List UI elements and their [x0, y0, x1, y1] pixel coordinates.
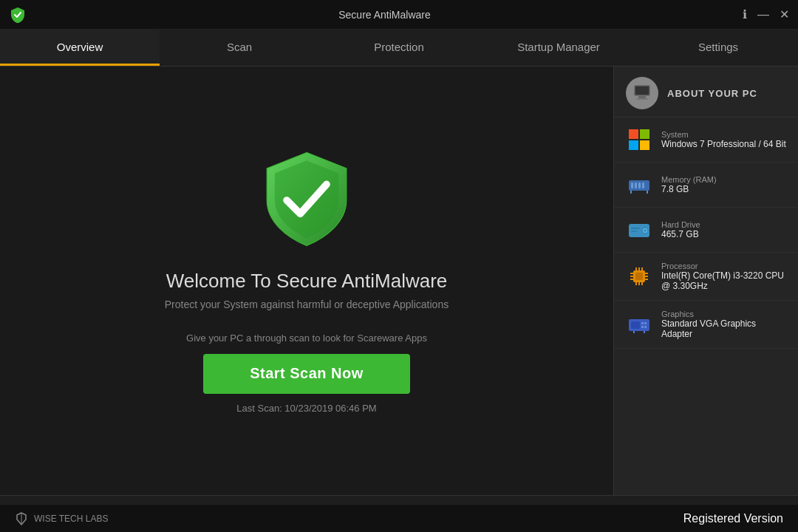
svg-rect-28 [645, 276, 648, 277]
hdd-svg-icon [627, 218, 651, 242]
svg-rect-3 [635, 86, 649, 95]
svg-rect-31 [631, 321, 640, 329]
about-pc-panel: ABOUT YOUR PC System Windows 7 Professio… [613, 66, 798, 495]
close-button[interactable]: ✕ [780, 7, 789, 21]
windows-logo-icon [626, 126, 652, 153]
welcome-subtitle: Protect your System against harmful or d… [165, 299, 449, 310]
pc-icon [626, 77, 658, 109]
svg-rect-7 [638, 183, 641, 188]
svg-rect-15 [631, 231, 637, 232]
minimize-button[interactable]: — [757, 8, 769, 21]
graphics-label: Graphics [661, 310, 786, 318]
svg-rect-9 [630, 191, 632, 194]
svg-point-13 [644, 230, 647, 232]
svg-rect-19 [638, 267, 640, 270]
ram-icon [626, 171, 652, 198]
tab-settings[interactable]: Settings [638, 30, 798, 66]
svg-rect-36 [633, 331, 635, 333]
last-scan-text: Last Scan: 10/23/2019 06:46 PM [236, 403, 376, 414]
shield-container [255, 149, 358, 255]
svg-rect-2 [636, 98, 648, 100]
main-content: Welcome To Secure AntiMalware Protect yo… [0, 66, 798, 495]
tab-startup[interactable]: Startup Manager [479, 30, 638, 66]
svg-rect-5 [631, 183, 633, 188]
about-memory: Memory (RAM) 7.8 GB [614, 163, 798, 208]
svg-rect-27 [645, 273, 648, 274]
hdd-label: Hard Drive [661, 220, 700, 229]
svg-rect-29 [645, 279, 648, 280]
graphics-value: Standard VGA Graphics Adapter [661, 318, 786, 339]
system-value: Windows 7 Professional / 64 Bit [661, 139, 786, 149]
about-title: ABOUT YOUR PC [667, 88, 757, 99]
app-logo [9, 6, 27, 24]
svg-rect-24 [630, 273, 633, 274]
brand-logo-icon [15, 512, 28, 525]
computer-icon [632, 83, 652, 103]
svg-rect-18 [635, 267, 637, 270]
svg-rect-37 [644, 331, 645, 333]
gpu-icon [626, 311, 652, 338]
system-label: System [661, 130, 786, 139]
about-pc-header: ABOUT YOUR PC [614, 66, 798, 117]
nav-tabs: Overview Scan Protection Startup Manager… [0, 30, 798, 66]
start-scan-button[interactable]: Start Scan Now [203, 354, 410, 394]
app-title: Secure AntiMalware [27, 9, 743, 21]
cpu-svg-icon [627, 265, 651, 288]
memory-label: Memory (RAM) [661, 175, 717, 184]
tab-scan[interactable]: Scan [160, 30, 319, 66]
svg-rect-22 [638, 282, 640, 285]
svg-rect-23 [641, 282, 643, 285]
svg-rect-14 [631, 228, 640, 229]
svg-rect-10 [647, 191, 648, 194]
registration-status: Registered Version [683, 512, 783, 525]
footer: WISE TECH LABS Registered Version [0, 504, 798, 532]
info-button[interactable]: ℹ [743, 7, 747, 21]
about-harddrive: Hard Drive 465.7 GB [614, 208, 798, 253]
about-graphics: Graphics Standard VGA Graphics Adapter [614, 301, 798, 349]
gpu-svg-icon [627, 313, 651, 336]
tab-overview[interactable]: Overview [0, 30, 160, 66]
hdd-value: 465.7 GB [661, 229, 700, 239]
brand-name: WISE TECH LABS [34, 514, 108, 524]
svg-rect-35 [644, 326, 647, 328]
cpu-icon [626, 263, 652, 290]
center-panel: Welcome To Secure AntiMalware Protect yo… [0, 66, 613, 495]
tab-protection[interactable]: Protection [319, 30, 479, 66]
svg-rect-33 [641, 326, 644, 328]
welcome-title: Welcome To Secure AntiMalware [166, 270, 448, 293]
cpu-label: Processor [661, 262, 786, 270]
svg-rect-26 [630, 279, 633, 280]
svg-rect-1 [638, 96, 646, 98]
svg-rect-6 [635, 183, 637, 188]
svg-rect-8 [642, 183, 644, 188]
titlebar: Secure AntiMalware ℹ — ✕ [0, 0, 798, 30]
svg-rect-32 [641, 322, 644, 324]
about-processor: Processor Intel(R) Core(TM) i3-3220 CPU … [614, 253, 798, 301]
app-logo-icon [9, 6, 27, 24]
about-system: System Windows 7 Professional / 64 Bit [614, 117, 798, 163]
brand-logo: WISE TECH LABS [15, 512, 108, 525]
memory-value: 7.8 GB [661, 184, 717, 194]
window-controls: ℹ — ✕ [743, 7, 789, 21]
svg-rect-20 [641, 267, 643, 270]
harddrive-icon [626, 216, 652, 243]
ram-svg-icon [627, 173, 651, 197]
svg-rect-25 [630, 276, 633, 277]
scan-prompt: Give your PC a through scan to look for … [186, 332, 427, 344]
cpu-value: Intel(R) Core(TM) i3-3220 CPU @ 3.30GHz [661, 270, 786, 291]
main-shield-icon [255, 149, 358, 252]
svg-rect-34 [644, 322, 647, 324]
svg-rect-17 [635, 273, 643, 280]
svg-rect-21 [635, 282, 637, 285]
